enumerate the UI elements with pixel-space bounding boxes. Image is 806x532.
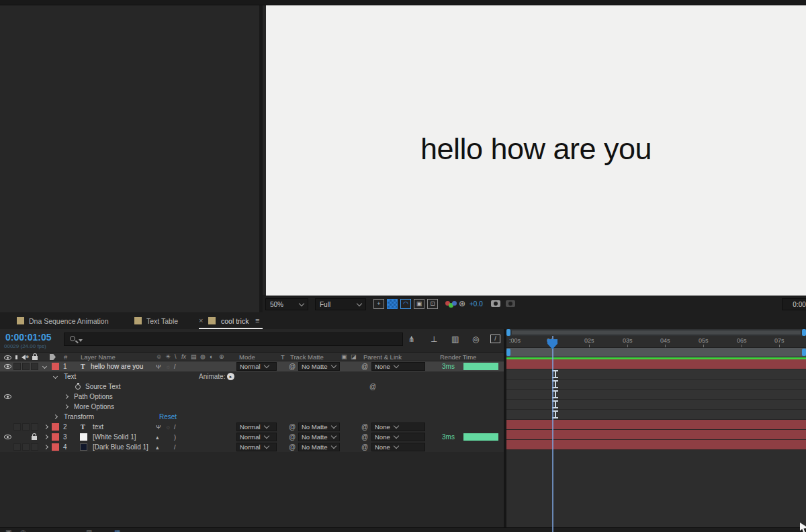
timeline-track-area[interactable]: :00s 01s 02s 03s 04s 05s 06s 07s: [504, 329, 806, 532]
exposure-icon[interactable]: ⊛: [459, 299, 465, 308]
reset-link[interactable]: Reset: [159, 412, 177, 422]
video-eye-icon[interactable]: [4, 432, 11, 442]
layer-4-duration-bar[interactable]: [506, 440, 806, 450]
take-snapshot-icon[interactable]: [491, 300, 500, 307]
video-eye-icon[interactable]: [4, 361, 11, 371]
animate-menu-icon[interactable]: ▸: [227, 371, 234, 382]
quality-switch-icon[interactable]: /: [174, 361, 176, 371]
matte-invert-icon[interactable]: ◪: [351, 353, 357, 360]
modes-icon[interactable]: ▦: [114, 529, 120, 532]
tab-dna-sequence-animation[interactable]: Dna Sequence Animation: [29, 317, 109, 325]
stopwatch-icon[interactable]: [75, 382, 81, 392]
expand-chevron-icon[interactable]: [44, 432, 48, 442]
group-label[interactable]: Transform: [64, 412, 94, 422]
clock-icon[interactable]: ◷: [20, 529, 26, 532]
blend-mode-dropdown[interactable]: Normal: [236, 443, 277, 451]
parent-dropdown[interactable]: None: [371, 443, 425, 451]
composition-mini-flowchart-icon[interactable]: ⋔: [408, 335, 415, 344]
blend-mode-dropdown[interactable]: Normal: [236, 362, 277, 371]
solo-column-icon[interactable]: ●: [26, 353, 29, 360]
track-matte-dropdown[interactable]: No Matte: [298, 433, 340, 441]
eye-icon[interactable]: [4, 392, 11, 402]
search-input[interactable]: [64, 332, 403, 346]
graph-editor-icon[interactable]: /: [490, 335, 500, 343]
navigator-start-handle[interactable]: [506, 329, 510, 336]
anchor-switch-icon[interactable]: Ψ: [156, 422, 161, 432]
collapse-switch-icon[interactable]: ▴: [156, 442, 159, 452]
path-options-row[interactable]: Path Options: [0, 392, 504, 402]
mode-column-header[interactable]: Mode: [239, 353, 255, 361]
comp-text-layer[interactable]: hello how are you: [266, 132, 806, 167]
group-label[interactable]: Path Options: [74, 392, 113, 402]
lock-column-icon[interactable]: [32, 354, 38, 361]
matte-pickwhip-icon[interactable]: @: [289, 432, 296, 442]
matte-pickwhip-icon[interactable]: @: [289, 442, 296, 452]
group-label[interactable]: More Options: [74, 402, 114, 412]
layer-row-3[interactable]: 3 [White Solid 1] ▴ ) Normal @ No Matte …: [0, 432, 504, 442]
collapse-column-icon[interactable]: ☀: [165, 353, 171, 360]
preserve-transparency-header[interactable]: T: [281, 353, 285, 361]
blend-mode-dropdown[interactable]: Normal: [236, 433, 277, 441]
expand-chevron-icon[interactable]: [44, 442, 48, 452]
collapse-switch-icon[interactable]: ☼: [165, 361, 171, 371]
video-column-icon[interactable]: [4, 355, 11, 361]
parent-pickwhip-icon[interactable]: @: [361, 422, 368, 432]
transform-row[interactable]: Transform Reset: [0, 412, 504, 422]
track-matte-dropdown[interactable]: No Matte: [298, 423, 340, 431]
expand-icon[interactable]: ▣: [5, 529, 11, 532]
quality-column-icon[interactable]: \: [175, 353, 177, 360]
time-navigator[interactable]: [506, 329, 806, 336]
source-text-row[interactable]: Source Text @: [0, 382, 504, 392]
more-options-row[interactable]: More Options: [0, 402, 504, 412]
layer-row-2[interactable]: 2 T text Ψ ☼ / Normal @ No Matte @ None: [0, 422, 504, 432]
blend-mode-dropdown[interactable]: Normal: [236, 423, 277, 431]
layer-row-1[interactable]: 1 T hello how are you Ψ ☼ / Normal @ No …: [0, 361, 504, 371]
collapse-chevron-icon[interactable]: [54, 371, 57, 382]
show-snapshot-icon[interactable]: [506, 300, 515, 307]
parent-pickwhip-icon[interactable]: @: [361, 442, 368, 452]
parent-pickwhip-icon[interactable]: @: [361, 432, 368, 442]
frame-blend-column-icon[interactable]: ▤: [191, 353, 197, 360]
label-color-swatch[interactable]: [52, 422, 59, 432]
quality-switch-icon[interactable]: /: [174, 422, 176, 432]
parent-dropdown[interactable]: None: [371, 433, 425, 441]
guide-overlay-icon[interactable]: ⊡: [427, 299, 438, 309]
expand-chevron-icon[interactable]: [54, 412, 57, 422]
matte-toggle-icon[interactable]: ▣: [341, 353, 347, 360]
close-icon[interactable]: ×: [199, 316, 203, 324]
panel-menu-icon[interactable]: ≡: [255, 316, 259, 324]
region-of-interest-icon[interactable]: ▣: [414, 299, 424, 309]
navigator-end-handle[interactable]: [802, 329, 806, 336]
effects-column-icon[interactable]: fx: [181, 353, 186, 360]
matte-pickwhip-icon[interactable]: @: [289, 361, 296, 371]
parent-link-column-header[interactable]: Parent & Link: [363, 353, 402, 361]
viewer-timecode[interactable]: 0:00:01:05: [782, 298, 806, 310]
property-label[interactable]: Source Text: [85, 382, 121, 392]
work-area-end-handle[interactable]: [802, 349, 806, 356]
collapse-switch-icon[interactable]: ▴: [156, 432, 159, 442]
layer-name[interactable]: [Dark Blue Solid 1]: [93, 442, 148, 452]
layer-1-duration-bar[interactable]: [506, 359, 806, 369]
frame-blending-icon[interactable]: ▥: [451, 335, 459, 344]
track-matte-dropdown[interactable]: No Matte: [298, 443, 340, 451]
expand-chevron-icon[interactable]: [64, 402, 68, 412]
quality-switch-icon[interactable]: ): [174, 432, 176, 442]
label-color-swatch[interactable]: [52, 361, 59, 371]
mask-visibility-icon[interactable]: ◠: [400, 299, 411, 309]
parent-pickwhip-icon[interactable]: @: [361, 361, 368, 371]
magnification-dropdown[interactable]: 50%: [265, 298, 308, 310]
label-color-swatch[interactable]: [52, 432, 59, 442]
layer-3-duration-bar[interactable]: [506, 430, 806, 440]
work-area-start-handle[interactable]: [506, 349, 510, 356]
number-column-header[interactable]: #: [64, 353, 67, 361]
track-matte-column-header[interactable]: Track Matte: [290, 353, 324, 361]
group-label[interactable]: Text: [64, 371, 76, 382]
track-matte-dropdown[interactable]: No Matte: [298, 362, 340, 371]
text-group-row[interactable]: Text Animate: ▸: [0, 371, 504, 382]
current-timecode[interactable]: 0:00:01:05: [5, 332, 52, 343]
matte-pickwhip-icon[interactable]: @: [289, 422, 296, 432]
expand-chevron-icon[interactable]: [44, 422, 48, 432]
quality-switch-icon[interactable]: /: [174, 442, 176, 452]
expand-chevron-icon[interactable]: [64, 392, 68, 402]
resolution-dropdown[interactable]: Full: [315, 298, 366, 310]
